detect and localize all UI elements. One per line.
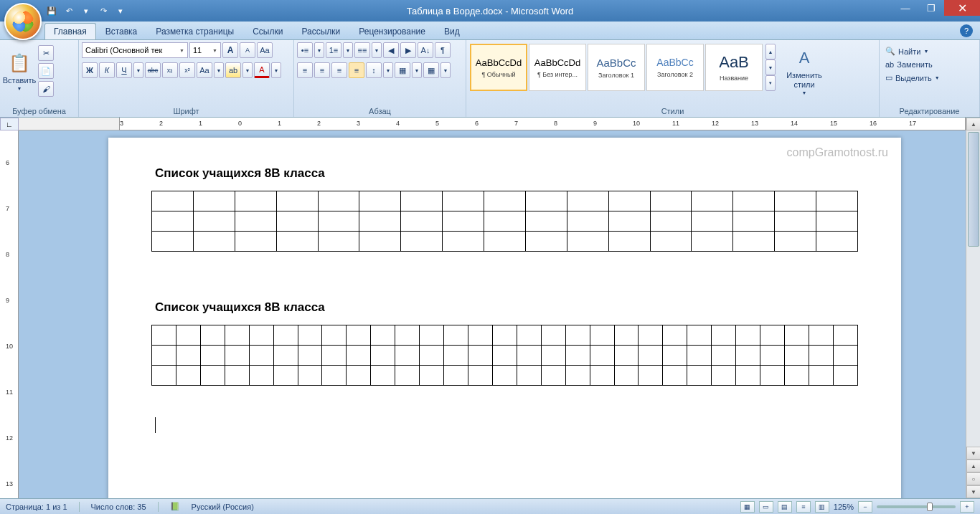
cell[interactable] xyxy=(712,325,736,346)
cell[interactable] xyxy=(833,346,857,366)
cell[interactable] xyxy=(816,211,858,232)
align-right-button[interactable]: ≡ xyxy=(331,62,347,78)
format-painter-button[interactable]: 🖌 xyxy=(38,81,54,97)
highlight-drop[interactable]: ▼ xyxy=(242,62,253,78)
tab-mailings[interactable]: Рассылки xyxy=(292,23,349,39)
cell[interactable] xyxy=(249,325,273,346)
zoom-in-button[interactable]: + xyxy=(960,501,974,513)
cell[interactable] xyxy=(784,325,809,346)
cell[interactable] xyxy=(809,325,833,346)
cell[interactable] xyxy=(639,366,663,386)
show-marks-button[interactable]: ¶ xyxy=(435,42,451,58)
cell[interactable] xyxy=(468,346,492,366)
status-language[interactable]: Русский (Россия) xyxy=(192,503,254,511)
italic-button[interactable]: К xyxy=(99,62,115,78)
cell[interactable] xyxy=(359,191,401,211)
cell[interactable] xyxy=(525,211,567,232)
cell[interactable] xyxy=(663,325,687,346)
cell[interactable] xyxy=(760,346,785,366)
cell[interactable] xyxy=(736,346,760,366)
style-item-0[interactable]: AaBbCcDd¶ Обычный xyxy=(470,44,527,91)
cell[interactable] xyxy=(152,366,176,386)
styles-more[interactable]: ▾ xyxy=(765,75,776,91)
cell[interactable] xyxy=(276,191,318,211)
cell[interactable] xyxy=(395,346,420,366)
font-color-button[interactable]: A xyxy=(254,62,270,78)
cell[interactable] xyxy=(420,366,444,386)
cell[interactable] xyxy=(468,366,492,386)
view-full-screen[interactable]: ▭ xyxy=(759,501,773,513)
cell[interactable] xyxy=(614,346,639,366)
qat-undo-drop-icon[interactable]: ▾ xyxy=(79,4,93,18)
cell[interactable] xyxy=(687,325,712,346)
borders-drop[interactable]: ▼ xyxy=(440,62,451,78)
cell[interactable] xyxy=(565,346,590,366)
cell[interactable] xyxy=(176,346,200,366)
cut-button[interactable]: ✂ xyxy=(38,45,54,61)
cell[interactable] xyxy=(484,232,526,252)
highlight-button[interactable]: ab xyxy=(225,62,241,78)
cell[interactable] xyxy=(639,325,663,346)
shading-drop[interactable]: ▼ xyxy=(412,62,422,78)
cell[interactable] xyxy=(492,325,517,346)
cell[interactable] xyxy=(298,325,322,346)
case-drop[interactable]: ▼ xyxy=(214,62,224,78)
cell[interactable] xyxy=(517,366,541,386)
cell[interactable] xyxy=(395,325,420,346)
cell[interactable] xyxy=(276,232,318,252)
cell[interactable] xyxy=(420,346,444,366)
spacing-drop[interactable]: ▼ xyxy=(383,62,393,78)
font-color-drop[interactable]: ▼ xyxy=(271,62,281,78)
maximize-button[interactable]: ❐ xyxy=(918,0,944,16)
change-case-button[interactable]: Aa xyxy=(197,62,212,78)
styles-down[interactable]: ▼ xyxy=(765,60,776,75)
vertical-scrollbar[interactable]: ▲ ▼ ▲ ○ ▼ xyxy=(966,118,980,498)
cell[interactable] xyxy=(692,232,733,252)
view-web[interactable]: ▤ xyxy=(778,501,792,513)
cell[interactable] xyxy=(273,366,298,386)
cell[interactable] xyxy=(322,325,347,346)
cell[interactable] xyxy=(525,191,567,211)
cell[interactable] xyxy=(152,325,176,346)
cell[interactable] xyxy=(608,211,650,232)
status-words[interactable]: Число слов: 35 xyxy=(91,503,146,511)
cell[interactable] xyxy=(225,346,249,366)
subscript-button[interactable]: x₂ xyxy=(162,62,178,78)
cell[interactable] xyxy=(639,346,663,366)
minimize-button[interactable]: — xyxy=(892,0,918,16)
cell[interactable] xyxy=(444,346,468,366)
decrease-indent-button[interactable]: ◀ xyxy=(383,42,399,58)
cell[interactable] xyxy=(614,366,639,386)
cell[interactable] xyxy=(784,346,809,366)
cell[interactable] xyxy=(276,211,318,232)
bullets-button[interactable]: •≡ xyxy=(297,42,313,58)
cell[interactable] xyxy=(235,232,276,252)
cell[interactable] xyxy=(193,232,235,252)
align-left-button[interactable]: ≡ xyxy=(297,62,313,78)
cell[interactable] xyxy=(401,211,443,232)
copy-button[interactable]: 📄 xyxy=(38,63,54,79)
cell[interactable] xyxy=(318,191,359,211)
justify-button[interactable]: ≡ xyxy=(349,62,364,78)
cell[interactable] xyxy=(249,366,273,386)
vertical-ruler[interactable]: 678910111213 xyxy=(0,130,19,498)
qat-redo-icon[interactable]: ↷ xyxy=(96,4,110,18)
align-center-button[interactable]: ≡ xyxy=(314,62,330,78)
sort-button[interactable]: A↓ xyxy=(418,42,433,58)
multilevel-drop[interactable]: ▼ xyxy=(372,42,382,58)
browse-object-button[interactable]: ○ xyxy=(966,472,980,485)
scroll-down-button[interactable]: ▼ xyxy=(966,447,980,460)
multilevel-button[interactable]: ≡≡ xyxy=(354,42,370,58)
cell[interactable] xyxy=(235,191,276,211)
cell[interactable] xyxy=(650,211,692,232)
office-button[interactable] xyxy=(4,3,42,40)
cell[interactable] xyxy=(663,346,687,366)
cell[interactable] xyxy=(443,232,484,252)
tab-home[interactable]: Главная xyxy=(44,23,96,39)
cell[interactable] xyxy=(736,325,760,346)
tab-view[interactable]: Вид xyxy=(435,23,469,39)
cell[interactable] xyxy=(784,366,809,386)
zoom-handle[interactable] xyxy=(927,503,933,511)
superscript-button[interactable]: x² xyxy=(179,62,195,78)
cell[interactable] xyxy=(663,366,687,386)
